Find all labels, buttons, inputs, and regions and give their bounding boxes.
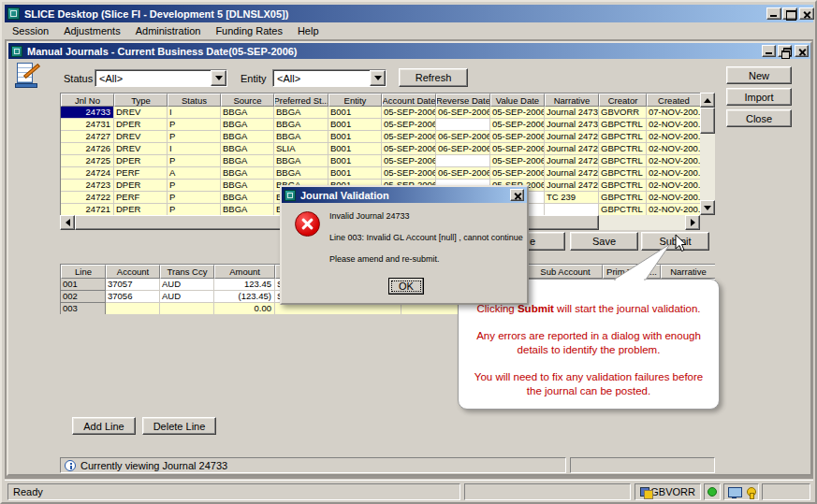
cell[interactable]: 05-SEP-2006 — [382, 155, 436, 167]
table-row[interactable]: 24731DPERPBBGABBGAB00105-SEP-200605-SEP-… — [61, 119, 700, 131]
new-button[interactable]: New — [726, 66, 792, 84]
cell[interactable]: DREV — [114, 143, 168, 155]
cell[interactable]: 003 — [61, 303, 106, 314]
menu-session[interactable]: Session — [5, 23, 56, 38]
column-header-preferred-st-[interactable]: Preferred St... — [274, 94, 328, 107]
cell[interactable]: 002 — [61, 291, 106, 303]
cell[interactable]: 06-SEP-2006 — [436, 167, 490, 180]
column-header-amount[interactable]: Amount — [214, 265, 275, 279]
manual-journals-icon[interactable] — [14, 62, 40, 88]
cell[interactable]: DPER — [114, 204, 168, 215]
cell[interactable]: 02-NOV-200... — [647, 143, 700, 155]
maximize-button[interactable] — [782, 7, 797, 20]
cell[interactable]: 05-SEP-2006 — [382, 107, 436, 119]
cell[interactable]: 06-SEP-2006 — [436, 143, 490, 155]
cell[interactable]: Journal 2472... — [545, 180, 599, 192]
column-header-trans-ccy[interactable]: Trans Ccy — [160, 265, 214, 279]
cell[interactable]: A — [168, 167, 221, 180]
scroll-left-button[interactable] — [60, 215, 75, 230]
cell[interactable]: 05-SEP-2006 — [490, 131, 545, 143]
status-filter-select[interactable]: <All> — [95, 69, 227, 87]
cell[interactable]: B001 — [328, 107, 382, 119]
cell[interactable]: B001 — [328, 167, 382, 180]
cell[interactable]: BBGA — [221, 155, 274, 167]
cell[interactable]: 24724 — [61, 167, 114, 180]
cell[interactable]: 06-SEP-2006 — [436, 107, 490, 119]
column-header-account-date[interactable]: Account Date — [382, 94, 436, 107]
cell[interactable] — [545, 204, 599, 215]
ok-button[interactable]: OK — [388, 278, 424, 295]
cell[interactable]: Journal 2472... — [545, 131, 599, 143]
cell[interactable]: 24731 — [61, 119, 114, 131]
cell[interactable]: GBPCTRL — [599, 167, 647, 180]
cell[interactable]: AUD — [160, 279, 214, 291]
cell[interactable]: 05-SEP-2006 — [382, 131, 436, 143]
cell[interactable]: 24733 — [61, 107, 114, 119]
cell[interactable]: 02-NOV-200... — [647, 131, 700, 143]
cell[interactable]: BBGA — [221, 204, 274, 215]
cell[interactable]: BBGA — [274, 155, 328, 167]
menu-administration[interactable]: Administration — [128, 23, 209, 38]
table-row[interactable]: 24726DREVIBBGASLIAB00105-SEP-200606-SEP-… — [61, 143, 700, 155]
cell[interactable]: B001 — [328, 143, 382, 155]
menu-adjustments[interactable]: Adjustments — [56, 23, 128, 38]
table-row[interactable]: 24727DREVPBBGABBGAB00105-SEP-200606-SEP-… — [61, 131, 700, 143]
cell[interactable]: P — [168, 119, 221, 131]
main-titlebar[interactable]: SLICE Desktop (Slice FI - Development 5 … — [5, 5, 813, 22]
cell[interactable]: P — [168, 204, 221, 215]
vertical-scrollbar[interactable] — [700, 93, 715, 215]
cell[interactable]: 0.00 — [214, 303, 275, 314]
child-titlebar[interactable]: Manual Journals - Current Business Date(… — [8, 43, 810, 59]
cell[interactable]: GBPCTRL — [599, 131, 647, 143]
import-button[interactable]: Import — [726, 88, 792, 106]
cell[interactable]: P — [168, 192, 221, 204]
cell[interactable]: GBPCTRL — [599, 180, 647, 192]
cell[interactable] — [436, 119, 490, 131]
child-minimize-button[interactable] — [762, 45, 776, 57]
vertical-scroll-thumb[interactable] — [700, 108, 715, 134]
cell[interactable]: Journal 2472... — [545, 167, 599, 180]
column-header-sub-account[interactable]: Sub Account — [528, 265, 603, 279]
cell[interactable]: 02-NOV-200... — [647, 192, 700, 204]
cell[interactable]: 02-NOV-200... — [647, 119, 700, 131]
cell[interactable]: GBPCTRL — [599, 204, 647, 215]
cell[interactable]: 05-SEP-2006 — [382, 119, 436, 131]
column-header-narrative[interactable]: Narrative — [545, 94, 599, 107]
column-header-reverse-date[interactable]: Reverse Date — [436, 94, 490, 107]
column-header-status[interactable]: Status — [168, 94, 221, 107]
cell[interactable]: BBGA — [221, 107, 274, 119]
minimize-button[interactable] — [766, 7, 781, 20]
cell[interactable] — [160, 303, 214, 314]
child-close-button[interactable] — [795, 45, 809, 57]
cell[interactable]: BBGA — [221, 143, 274, 155]
column-header-jnl-no[interactable]: Jnl No — [61, 94, 114, 107]
close-window-button[interactable]: Close — [726, 109, 792, 127]
cell[interactable]: BBGA — [274, 119, 328, 131]
cell[interactable]: BBGA — [221, 167, 274, 180]
cell[interactable]: 24721 — [61, 204, 114, 215]
dropdown-arrow-icon[interactable] — [370, 70, 386, 86]
cell[interactable]: 24723 — [61, 180, 114, 192]
cell[interactable]: 05-SEP-2006 — [382, 143, 436, 155]
cell[interactable]: 05-SEP-2006 — [490, 119, 545, 131]
cell[interactable]: B001 — [328, 119, 382, 131]
cell[interactable]: I — [168, 107, 221, 119]
refresh-button[interactable]: Refresh — [399, 68, 468, 87]
column-header-line[interactable]: Line — [61, 265, 106, 279]
cell[interactable]: DPER — [114, 155, 168, 167]
cell[interactable]: 123.45 — [214, 279, 275, 291]
cell[interactable]: 37056 — [106, 291, 160, 303]
scroll-up-button[interactable] — [700, 93, 715, 108]
column-header-entity[interactable]: Entity — [328, 94, 382, 107]
column-header-type[interactable]: Type — [114, 94, 168, 107]
cell[interactable]: DREV — [114, 107, 168, 119]
cell[interactable]: 07-NOV-200... — [647, 107, 700, 119]
cell[interactable]: P — [168, 180, 221, 192]
cell[interactable]: 24725 — [61, 155, 114, 167]
dialog-titlebar[interactable]: Journal Validation — [282, 187, 527, 203]
cell[interactable]: 05-SEP-2006 — [490, 143, 545, 155]
cell[interactable]: SLIA — [274, 143, 328, 155]
cell[interactable]: BBGA — [221, 131, 274, 143]
cell[interactable]: 02-NOV-200... — [647, 204, 700, 215]
cell[interactable]: (123.45) — [214, 291, 275, 303]
